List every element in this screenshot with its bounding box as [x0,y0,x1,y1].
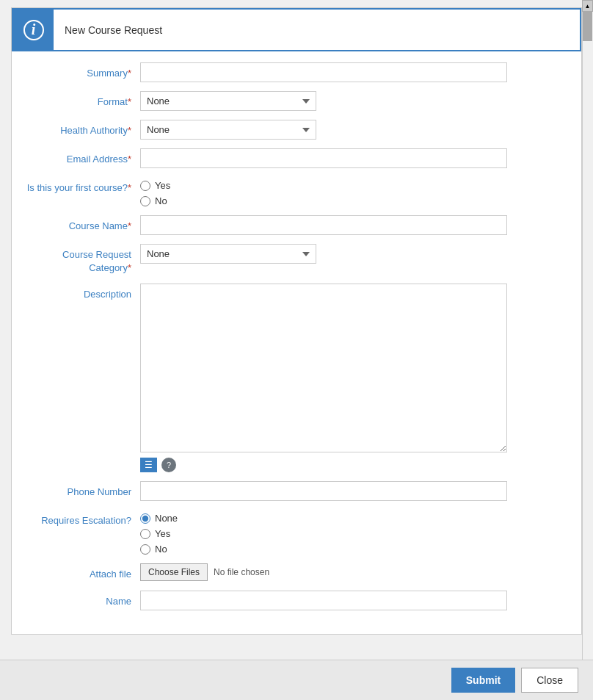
escalation-no-option[interactable]: No [140,544,507,555]
file-status: No file chosen [214,567,269,577]
course-name-label: Course Name* [26,215,140,233]
email-label: Email Address* [26,148,140,166]
escalation-yes-label[interactable]: Yes [155,528,170,539]
first-course-no-option[interactable]: No [140,195,507,206]
email-input[interactable] [140,148,507,168]
scrollbar-thumb[interactable] [583,12,592,41]
format-field-container: None Online In-Person Hybrid [140,91,507,111]
first-course-no-label[interactable]: No [155,195,167,206]
escalation-yes-radio[interactable] [140,529,150,539]
phone-field-container [140,481,507,501]
first-course-yes-radio[interactable] [140,181,150,191]
phone-input[interactable] [140,481,507,501]
course-name-input[interactable] [140,215,507,235]
format-row: Format* None Online In-Person Hybrid [26,91,567,111]
category-select[interactable]: None New Course Course Update Course Rem… [140,244,316,264]
attach-file-row: Attach file Choose Files No file chosen [26,563,567,581]
attach-file-label: Attach file [26,563,140,581]
scrollbar-track: ▲ ▼ [582,0,593,700]
footer-bar: Submit Close [0,660,593,700]
course-name-row: Course Name* [26,215,567,235]
name-input[interactable] [140,591,507,610]
description-toolbar: ☰ ? [140,458,507,472]
page-title: New Course Request [54,24,173,36]
main-container: i New Course Request Summary* Format* No… [11,7,582,635]
help-button[interactable]: ? [161,458,176,472]
phone-label: Phone Number [26,481,140,499]
first-course-field-container: Yes No [140,177,507,206]
category-row: Course Request Category* None New Course… [26,244,567,275]
escalation-yes-option[interactable]: Yes [140,528,507,539]
choose-files-button[interactable]: Choose Files [140,563,208,581]
first-course-yes-label[interactable]: Yes [155,180,170,191]
header-bar: i New Course Request [12,8,581,51]
summary-field-container [140,62,507,82]
email-row: Email Address* [26,148,567,168]
format-label: Format* [26,91,140,109]
email-field-container [140,148,507,168]
first-course-yes-option[interactable]: Yes [140,180,507,191]
summary-input[interactable] [140,62,507,82]
escalation-row: Requires Escalation? None Yes No [26,510,567,555]
header-icon-box: i [13,10,54,50]
escalation-field-container: None Yes No [140,510,507,555]
health-authority-row: Health Authority* None Fraser Interior N… [26,120,567,140]
description-label: Description [26,284,140,301]
info-icon: i [23,20,44,40]
name-field-container [140,591,507,610]
first-course-no-radio[interactable] [140,196,150,206]
escalation-label: Requires Escalation? [26,510,140,527]
first-course-label: Is this your first course?* [26,177,140,195]
category-field-container: None New Course Course Update Course Rem… [140,244,507,264]
health-authority-label: Health Authority* [26,120,140,137]
form-area: Summary* Format* None Online In-Person H… [12,51,581,634]
format-select[interactable]: None Online In-Person Hybrid [140,91,316,111]
phone-row: Phone Number [26,481,567,501]
escalation-none-radio[interactable] [140,513,150,524]
escalation-none-label[interactable]: None [155,513,178,524]
scroll-up-button[interactable]: ▲ [582,0,593,12]
health-authority-select[interactable]: None Fraser Interior Northern Vancouver … [140,120,316,140]
health-authority-field-container: None Fraser Interior Northern Vancouver … [140,120,507,140]
description-textarea[interactable] [140,284,507,452]
escalation-none-option[interactable]: None [140,513,507,524]
name-label: Name [26,591,140,608]
submit-button[interactable]: Submit [451,668,515,693]
category-label: Course Request Category* [26,244,140,275]
text-format-button[interactable]: ☰ [140,458,157,472]
close-button[interactable]: Close [521,668,578,693]
escalation-no-radio[interactable] [140,544,150,555]
description-row: Description ☰ ? [26,284,567,472]
name-row: Name [26,591,567,610]
escalation-no-label[interactable]: No [155,544,167,555]
summary-row: Summary* [26,62,567,82]
description-field-container: ☰ ? [140,284,507,472]
first-course-row: Is this your first course?* Yes No [26,177,567,206]
summary-label: Summary* [26,62,140,80]
attach-file-field-container: Choose Files No file chosen [140,563,507,581]
course-name-field-container [140,215,507,235]
